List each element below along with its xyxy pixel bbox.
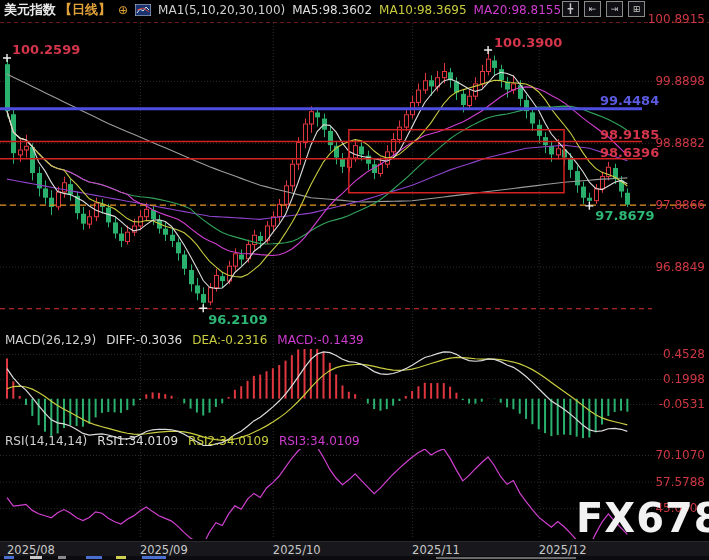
bottom-strip — [0, 556, 709, 560]
chart-app: 美元指数 【日线】 ⊕ MA1(5,10,20,30,100) MA5:98.3… — [0, 0, 709, 560]
ma-group-label: MA1(5,10,20,30,100) — [158, 3, 285, 17]
macd-diff-value: DIFF:-0.3036 — [106, 333, 182, 347]
rsi3-value: RSI3:34.0109 — [279, 434, 360, 448]
macd-header: MACD(26,12,9) DIFF:-0.3036 DEA:-0.2316 M… — [0, 333, 364, 347]
bottom-widget — [4, 556, 14, 559]
month-label: 2025/11 — [412, 543, 460, 557]
axis-pan-icon[interactable]: ⇥ — [606, 1, 623, 17]
crosshair-icon[interactable]: ╋ — [562, 1, 579, 17]
rsi-header: RSI(14,14,14) RSI1:34.0109 RSI2:34.0109 … — [0, 434, 360, 448]
month-label: 2025/10 — [273, 543, 321, 557]
macd-macd-value: MACD:-0.1439 — [277, 333, 363, 347]
macd-dea-value: DEA:-0.2316 — [192, 333, 267, 347]
ma5-value: MA5:98.3602 — [292, 3, 372, 17]
period-label[interactable]: 【日线】 — [59, 1, 111, 19]
rsi2-value: RSI2:34.0109 — [188, 434, 269, 448]
ma20-value: MA20:98.8155 — [474, 3, 562, 17]
axis-range-icon[interactable]: ⇤ — [584, 1, 601, 17]
bottom-widget — [86, 556, 102, 559]
watermark: FX678 — [576, 498, 709, 538]
chart-toolbar: ╋ ⇤ ⇥ ⊞ — [562, 1, 645, 17]
bottom-widget — [58, 556, 66, 559]
macd-params: MACD(26,12,9) — [5, 333, 96, 347]
export-icon[interactable]: ⊞ — [628, 1, 645, 17]
bottom-widget — [142, 556, 166, 559]
ma10-value: MA10:98.3695 — [379, 3, 467, 17]
rsi-params: RSI(14,14,14) — [5, 434, 87, 448]
mini-chart-icon[interactable] — [135, 4, 151, 16]
bottom-widget — [30, 556, 42, 559]
rsi1-value: RSI1:34.0109 — [97, 434, 178, 448]
chart-canvas[interactable] — [0, 0, 709, 560]
month-label: 2025/08 — [7, 543, 55, 557]
scrollbar-handle[interactable] — [436, 557, 576, 559]
target-icon[interactable]: ⊕ — [118, 3, 128, 17]
symbol-title: 美元指数 — [4, 1, 56, 19]
bottom-widget — [116, 556, 126, 559]
date-axis-bar: 2025/082025/092025/102025/112025/12 — [0, 541, 709, 557]
month-label: 2025/12 — [539, 543, 587, 557]
month-label: 2025/09 — [140, 543, 188, 557]
